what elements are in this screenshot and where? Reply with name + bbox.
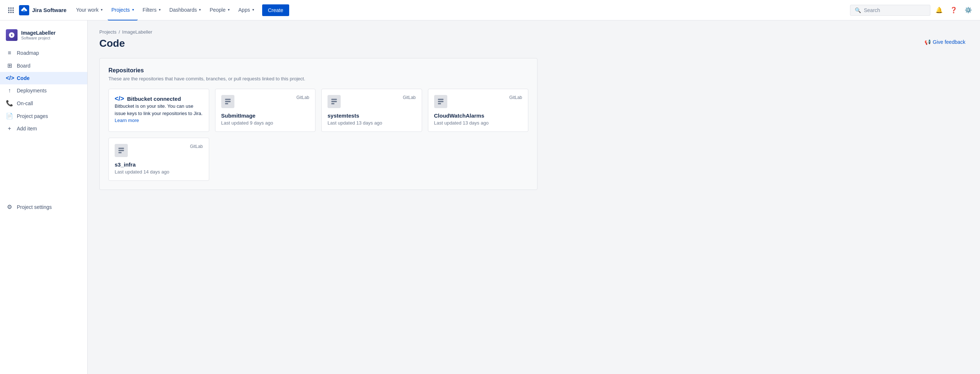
nav-filters[interactable]: Filters ▾	[139, 0, 164, 21]
sidebar-nav: ≡ Roadmap ⊞ Board </> Code ↑ Deployments…	[0, 47, 87, 213]
sidebar-item-project-settings[interactable]: ⚙ Project settings	[0, 201, 87, 213]
repo-card-s3infra[interactable]: GitLab s3_infra Last updated 14 days ago	[108, 138, 209, 181]
page-header: Code 📢 Give feedback	[99, 38, 968, 49]
jira-logo[interactable]: Jira Software	[19, 5, 67, 15]
breadcrumb: Projects / ImageLabeller	[99, 29, 968, 35]
svg-rect-0	[8, 7, 10, 8]
chevron-down-icon: ▾	[199, 8, 201, 12]
add-icon: +	[6, 125, 13, 132]
learn-more-link[interactable]: Learn more	[115, 118, 139, 123]
svg-rect-20	[119, 150, 124, 151]
breadcrumb-imagelabeller[interactable]: ImageLabeller	[123, 29, 152, 35]
breadcrumb-separator: /	[119, 29, 120, 35]
repo-card-header: GitLab	[115, 144, 203, 157]
sidebar-item-roadmap[interactable]: ≡ Roadmap	[0, 47, 87, 59]
project-type: Software project	[21, 36, 56, 40]
svg-rect-3	[8, 10, 10, 11]
repo-card-systemtests[interactable]: GitLab systemtests Last updated 13 days …	[321, 89, 422, 132]
megaphone-icon: 📢	[924, 39, 931, 45]
notifications-button[interactable]: 🔔	[933, 5, 945, 16]
deployments-icon: ↑	[6, 87, 13, 94]
chevron-down-icon: ▾	[132, 8, 134, 12]
svg-rect-19	[119, 148, 124, 149]
breadcrumb-projects[interactable]: Projects	[99, 29, 116, 35]
nav-people[interactable]: People ▾	[206, 0, 233, 21]
code-icon: </>	[6, 75, 13, 81]
svg-rect-2	[13, 7, 14, 8]
roadmap-icon: ≡	[6, 50, 13, 56]
svg-rect-16	[438, 99, 443, 100]
repo-updated: Last updated 14 days ago	[115, 169, 203, 175]
repo-name: s3_infra	[115, 161, 203, 168]
sidebar-item-project-pages[interactable]: 📄 Project pages	[0, 110, 87, 123]
svg-rect-18	[438, 103, 441, 104]
repo-icon	[434, 95, 447, 108]
chevron-down-icon: ▾	[252, 8, 254, 12]
repo-icon	[221, 95, 234, 108]
svg-rect-15	[331, 103, 334, 104]
sidebar-item-oncall[interactable]: 📞 On-call	[0, 97, 87, 110]
bitbucket-icon: </>	[115, 95, 124, 103]
topnav-right: 🔍 Search 🔔 ❓ ⚙️	[850, 5, 974, 16]
settings-button[interactable]: ⚙️	[963, 5, 974, 16]
create-button[interactable]: Create	[262, 5, 289, 16]
nav-dashboards[interactable]: Dashboards ▾	[166, 0, 205, 21]
repo-updated: Last updated 13 days ago	[328, 120, 416, 126]
app-grid-button[interactable]	[6, 5, 16, 15]
bitbucket-title: Bitbucket connected	[127, 96, 181, 102]
repo-name: CloudWatchAlarms	[434, 113, 522, 119]
repo-provider: GitLab	[403, 95, 415, 100]
chevron-down-icon: ▾	[101, 8, 103, 12]
sidebar-item-code[interactable]: </> Code	[0, 72, 87, 84]
chevron-down-icon: ▾	[228, 8, 230, 12]
pages-icon: 📄	[6, 113, 13, 119]
repo-card-header: GitLab	[328, 95, 416, 108]
nav-projects[interactable]: Projects ▾	[108, 0, 138, 21]
repo-provider: GitLab	[509, 95, 522, 100]
sidebar-item-board[interactable]: ⊞ Board	[0, 59, 87, 72]
nav-links: Your work ▾ Projects ▾ Filters ▾ Dashboa…	[72, 0, 289, 21]
repo-card-bitbucket[interactable]: </> Bitbucket connected Bitbucket is on …	[108, 89, 209, 132]
chevron-down-icon: ▾	[159, 8, 161, 12]
bitbucket-header: </> Bitbucket connected	[115, 95, 203, 103]
sidebar-item-add-item[interactable]: + Add item	[0, 123, 87, 135]
nav-your-work[interactable]: Your work ▾	[72, 0, 106, 21]
page-title: Code	[99, 38, 125, 49]
board-icon: ⊞	[6, 62, 13, 69]
svg-rect-17	[438, 101, 443, 102]
svg-rect-8	[13, 12, 14, 13]
repo-card-cloudwatchalarms[interactable]: GitLab CloudWatchAlarms Last updated 13 …	[428, 89, 529, 132]
svg-rect-21	[119, 152, 122, 153]
search-box[interactable]: 🔍 Search	[850, 5, 930, 16]
repos-row-2: GitLab s3_infra Last updated 14 days ago	[108, 138, 528, 181]
svg-rect-13	[331, 99, 337, 100]
give-feedback-button[interactable]: 📢 Give feedback	[921, 38, 969, 46]
repo-provider: GitLab	[296, 95, 309, 100]
repo-card-header: GitLab	[221, 95, 310, 108]
svg-rect-1	[10, 7, 11, 8]
sidebar-project: ImageLabeller Software project	[0, 26, 87, 47]
repo-icon	[328, 95, 340, 108]
bitbucket-desc: Bitbucket is on your site. You can use i…	[115, 103, 203, 124]
svg-rect-10	[225, 99, 231, 100]
repositories-grid: </> Bitbucket connected Bitbucket is on …	[108, 89, 528, 132]
repo-name: SubmitImage	[221, 113, 310, 119]
sidebar: ImageLabeller Software project ≡ Roadmap…	[0, 21, 88, 374]
sidebar-project-info: ImageLabeller Software project	[21, 30, 56, 40]
app-body: ImageLabeller Software project ≡ Roadmap…	[0, 21, 980, 374]
sidebar-item-deployments[interactable]: ↑ Deployments	[0, 84, 87, 97]
repositories-description: These are the repositories that have com…	[108, 76, 528, 81]
oncall-icon: 📞	[6, 100, 13, 107]
top-navigation: Jira Software Your work ▾ Projects ▾ Fil…	[0, 0, 980, 21]
search-icon: 🔍	[855, 7, 861, 13]
svg-rect-12	[225, 103, 228, 104]
repo-card-submitimage[interactable]: GitLab SubmitImage Last updated 9 days a…	[215, 89, 316, 132]
nav-apps[interactable]: Apps ▾	[235, 0, 258, 21]
main-content: Projects / ImageLabeller Code 📢 Give fee…	[88, 21, 980, 374]
svg-rect-14	[331, 101, 337, 102]
help-button[interactable]: ❓	[948, 5, 959, 16]
repo-updated: Last updated 9 days ago	[221, 120, 310, 126]
svg-rect-6	[8, 12, 10, 13]
repo-card-header: GitLab	[434, 95, 522, 108]
project-icon	[6, 29, 18, 41]
